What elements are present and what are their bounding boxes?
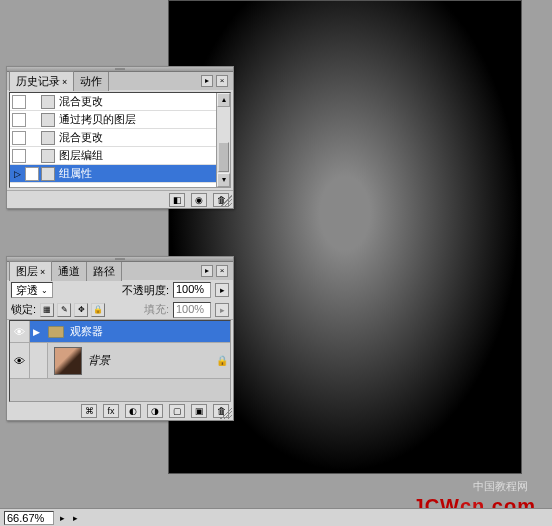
history-label: 通过拷贝的图层 bbox=[59, 112, 136, 127]
folder-icon bbox=[48, 326, 64, 338]
history-checkbox[interactable] bbox=[12, 131, 26, 145]
history-step-icon bbox=[41, 167, 55, 181]
status-bar: 66.67% ▸ ▸ bbox=[0, 508, 552, 526]
lock-all-icon[interactable]: 🔒 bbox=[91, 303, 105, 317]
expand-arrow-icon[interactable]: ▶ bbox=[30, 327, 42, 337]
history-item[interactable]: 混合更改 bbox=[10, 93, 230, 111]
adjustment-layer-icon[interactable]: ◑ bbox=[147, 404, 163, 418]
tab-layers[interactable]: 图层× bbox=[9, 261, 52, 281]
status-flyout-icon[interactable]: ▸ bbox=[60, 513, 65, 523]
layer-style-icon[interactable]: fx bbox=[103, 404, 119, 418]
lock-label: 锁定: bbox=[11, 302, 36, 317]
history-checkbox[interactable] bbox=[25, 167, 39, 181]
blend-mode-dropdown[interactable]: 穿透 ⌄ bbox=[11, 282, 53, 298]
resize-grip[interactable] bbox=[220, 195, 232, 207]
history-item[interactable]: 图层编组 bbox=[10, 147, 230, 165]
layers-panel: 图层× 通道 路径 ▸ × 穿透 ⌄ 不透明度: 100% ▸ 锁定: ▦ ✎ … bbox=[6, 256, 234, 421]
fill-label: 填充: bbox=[144, 302, 169, 317]
history-step-icon bbox=[41, 149, 55, 163]
history-label: 混合更改 bbox=[59, 94, 103, 109]
history-checkbox[interactable] bbox=[12, 149, 26, 163]
history-item[interactable]: 混合更改 bbox=[10, 129, 230, 147]
zoom-input[interactable]: 66.67% bbox=[4, 511, 54, 525]
history-brush-marker[interactable] bbox=[28, 113, 38, 127]
history-brush-marker[interactable]: ▷ bbox=[12, 167, 22, 181]
visibility-toggle-icon[interactable]: 👁 bbox=[10, 321, 30, 342]
history-label: 组属性 bbox=[59, 166, 92, 181]
history-brush-marker[interactable] bbox=[28, 149, 38, 163]
tab-close-icon[interactable]: × bbox=[40, 267, 45, 277]
link-layers-icon[interactable]: ⌘ bbox=[81, 404, 97, 418]
new-group-icon[interactable]: ▢ bbox=[169, 404, 185, 418]
history-step-icon bbox=[41, 113, 55, 127]
layer-item[interactable]: 👁 背景 🔒 bbox=[10, 343, 230, 379]
tab-history[interactable]: 历史记录× bbox=[9, 71, 74, 91]
watermark-cn: 中国教程网 bbox=[473, 479, 528, 494]
opacity-flyout-icon[interactable]: ▸ bbox=[215, 283, 229, 297]
lock-fill-row: 锁定: ▦ ✎ ✥ 🔒 填充: 100% ▸ bbox=[7, 300, 233, 320]
scroll-down-icon[interactable]: ▾ bbox=[217, 173, 230, 187]
resize-grip[interactable] bbox=[220, 407, 232, 419]
blend-mode-value: 穿透 bbox=[16, 283, 38, 298]
layer-name[interactable]: 背景 bbox=[88, 353, 216, 368]
lock-position-icon[interactable]: ✥ bbox=[74, 303, 88, 317]
history-checkbox[interactable] bbox=[12, 113, 26, 127]
history-step-icon bbox=[41, 131, 55, 145]
layer-thumbnail[interactable] bbox=[54, 347, 82, 375]
history-item[interactable]: 通过拷贝的图层 bbox=[10, 111, 230, 129]
panel-close-button[interactable]: × bbox=[216, 75, 228, 87]
opacity-input[interactable]: 100% bbox=[173, 282, 211, 298]
scrollbar[interactable]: ▴ ▾ bbox=[216, 93, 230, 187]
tab-paths[interactable]: 路径 bbox=[86, 261, 122, 281]
history-panel: 历史记录× 动作 ▸ × 混合更改 通过拷贝的图层 混合更改 bbox=[6, 66, 234, 209]
tab-close-icon[interactable]: × bbox=[62, 77, 67, 87]
panel-close-button[interactable]: × bbox=[216, 265, 228, 277]
new-layer-icon[interactable]: ▣ bbox=[191, 404, 207, 418]
dropdown-arrow-icon: ⌄ bbox=[41, 286, 48, 295]
fill-input: 100% bbox=[173, 302, 211, 318]
history-brush-marker[interactable] bbox=[28, 131, 38, 145]
scroll-thumb[interactable] bbox=[218, 142, 229, 172]
lock-icon: 🔒 bbox=[216, 355, 230, 366]
new-snapshot-icon[interactable]: ◉ bbox=[191, 193, 207, 207]
layer-name[interactable]: 观察器 bbox=[70, 324, 230, 339]
panel-menu-button[interactable]: ▸ bbox=[201, 265, 213, 277]
link-column[interactable] bbox=[30, 343, 48, 378]
tab-channels[interactable]: 通道 bbox=[51, 261, 87, 281]
layer-group-item[interactable]: 👁 ▶ 观察器 bbox=[10, 321, 230, 343]
history-brush-marker[interactable] bbox=[28, 95, 38, 109]
fill-flyout-icon: ▸ bbox=[215, 303, 229, 317]
lock-transparency-icon[interactable]: ▦ bbox=[40, 303, 54, 317]
scroll-up-icon[interactable]: ▴ bbox=[217, 93, 230, 107]
blend-opacity-row: 穿透 ⌄ 不透明度: 100% ▸ bbox=[7, 280, 233, 300]
lock-pixels-icon[interactable]: ✎ bbox=[57, 303, 71, 317]
history-step-icon bbox=[41, 95, 55, 109]
history-tabs: 历史记录× 动作 ▸ × bbox=[7, 72, 233, 90]
history-label: 图层编组 bbox=[59, 148, 103, 163]
tab-actions[interactable]: 动作 bbox=[73, 71, 109, 91]
panel-menu-button[interactable]: ▸ bbox=[201, 75, 213, 87]
layer-list: 👁 ▶ 观察器 👁 背景 🔒 bbox=[9, 320, 231, 402]
history-item[interactable]: ▷ 组属性 bbox=[10, 165, 230, 183]
history-checkbox[interactable] bbox=[12, 95, 26, 109]
history-label: 混合更改 bbox=[59, 130, 103, 145]
status-menu-icon[interactable]: ▸ bbox=[73, 513, 78, 523]
opacity-label: 不透明度: bbox=[122, 283, 169, 298]
layers-tabs: 图层× 通道 路径 ▸ × bbox=[7, 262, 233, 280]
history-footer: ◧ ◉ 🗑 bbox=[7, 190, 233, 208]
layer-mask-icon[interactable]: ◐ bbox=[125, 404, 141, 418]
new-document-from-state-icon[interactable]: ◧ bbox=[169, 193, 185, 207]
history-list: 混合更改 通过拷贝的图层 混合更改 图层编组 ▷ 组属性 ▴ bbox=[9, 92, 231, 188]
layers-footer: ⌘ fx ◐ ◑ ▢ ▣ 🗑 bbox=[7, 402, 233, 420]
visibility-toggle-icon[interactable]: 👁 bbox=[10, 343, 30, 378]
